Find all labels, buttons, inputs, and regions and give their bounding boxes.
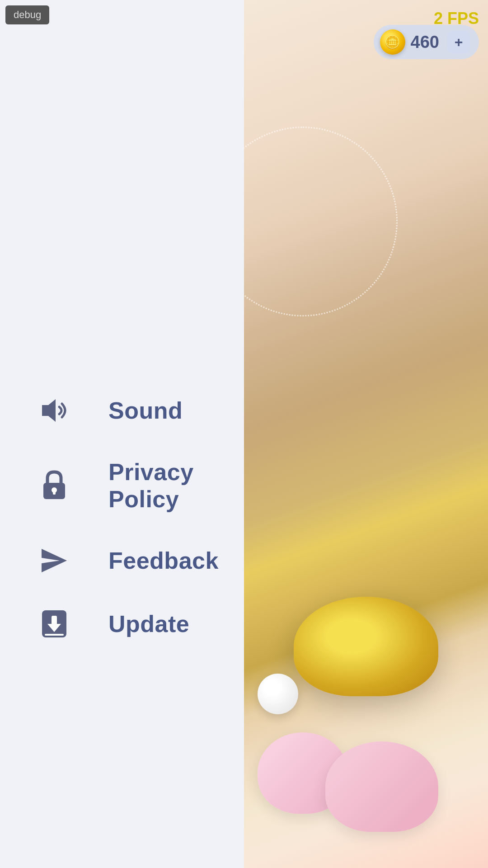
coin-icon: 🪙 [380,29,405,55]
svg-rect-7 [45,634,64,636]
menu-item-update[interactable]: Update [27,591,244,656]
download-icon [36,609,72,639]
right-panel: 2 FPS 🪙 460 + [244,0,488,868]
pink-object-2 [325,741,438,832]
sound-icon [36,397,72,424]
coin-add-button[interactable]: + [447,31,470,53]
send-icon [36,547,72,574]
update-label: Update [108,610,189,637]
left-panel: Sound Privacy Policy Feedback [0,0,244,868]
lock-icon [36,470,72,501]
coin-amount: 460 [411,33,439,52]
svg-rect-6 [52,616,57,625]
coin-display: 🪙 460 + [374,25,479,59]
debug-button[interactable]: debug [5,5,49,24]
privacy-policy-label: Privacy Policy [108,458,235,513]
menu-item-privacy-policy[interactable]: Privacy Policy [27,441,244,530]
white-ball-decoration [258,674,298,714]
dotted-arc-decoration [244,127,398,316]
menu-item-feedback[interactable]: Feedback [27,530,244,591]
sound-label: Sound [108,397,183,424]
svg-marker-0 [42,399,56,422]
feedback-label: Feedback [108,547,219,574]
svg-rect-3 [53,490,56,495]
fruit-decoration [294,597,438,696]
menu-list: Sound Privacy Policy Feedback [27,380,244,656]
menu-item-sound[interactable]: Sound [27,380,244,441]
